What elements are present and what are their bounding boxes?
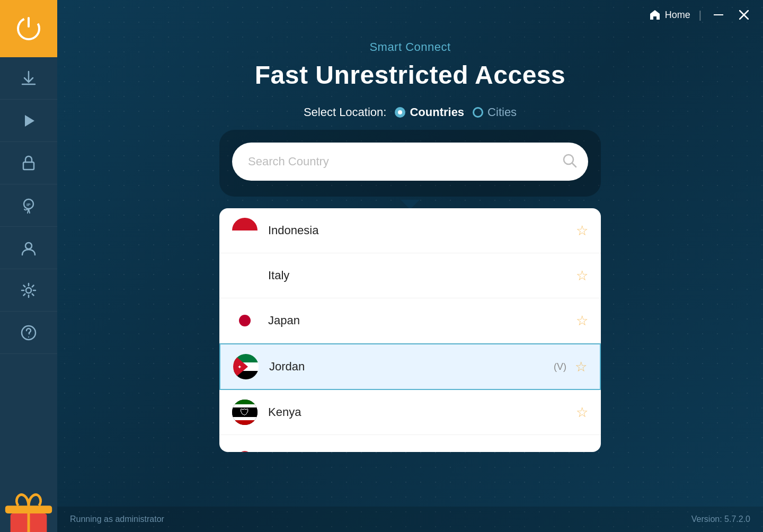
country-name-kenya: Kenya xyxy=(268,405,576,419)
country-name-italy: Italy xyxy=(268,269,576,282)
gift-nav-item[interactable] xyxy=(0,490,57,532)
flag-italy xyxy=(232,263,258,288)
favorite-korea-south[interactable]: ☆ xyxy=(576,449,588,453)
titlebar: Home | xyxy=(57,0,763,30)
search-container xyxy=(232,143,588,181)
countries-radio[interactable]: Countries xyxy=(395,105,464,119)
svg-line-16 xyxy=(572,163,576,167)
favorite-japan[interactable]: ☆ xyxy=(576,313,588,329)
country-item-indonesia[interactable]: Indonesia ☆ xyxy=(219,208,601,253)
cities-radio-label: Cities xyxy=(487,105,517,119)
country-name-jordan: Jordan xyxy=(269,360,554,374)
select-location-label: Select Location: xyxy=(304,105,387,119)
cities-radio-dot xyxy=(473,107,483,118)
user-nav-item[interactable] xyxy=(0,227,57,269)
country-item-kenya[interactable]: 🛡 Kenya ☆ xyxy=(219,390,601,435)
search-icon[interactable] xyxy=(562,153,578,171)
country-name-korea-south: Korea, South xyxy=(268,450,576,452)
search-input[interactable] xyxy=(232,143,588,181)
lock-nav-item[interactable] xyxy=(0,142,57,184)
svg-point-7 xyxy=(26,288,31,293)
svg-rect-3 xyxy=(23,162,34,170)
cities-radio[interactable]: Cities xyxy=(473,105,517,119)
flag-indonesia xyxy=(232,218,258,243)
country-list-wrapper: Indonesia ☆ Italy ☆ xyxy=(219,208,601,452)
page-content: Smart Connect Fast Unrestricted Access S… xyxy=(57,30,763,507)
home-label: Home xyxy=(665,10,690,21)
svg-point-9 xyxy=(28,336,29,338)
settings-nav-item[interactable] xyxy=(0,269,57,312)
favorite-kenya[interactable]: ☆ xyxy=(576,404,588,421)
power-button[interactable] xyxy=(0,0,57,57)
smart-connect-label: Smart Connect xyxy=(369,40,450,54)
main-title: Fast Unrestricted Access xyxy=(255,60,565,90)
version-label: Version: 5.7.2.0 xyxy=(691,515,750,524)
running-as-label: Running as administrator xyxy=(70,515,164,524)
play-nav-item[interactable] xyxy=(0,100,57,142)
svg-marker-2 xyxy=(25,115,34,127)
flag-kenya: 🛡 xyxy=(232,400,258,425)
countries-radio-dot xyxy=(395,107,405,118)
location-selector-row: Select Location: Countries Cities xyxy=(304,105,517,119)
flag-jordan: ✦ xyxy=(233,354,259,379)
country-item-korea-south[interactable]: Korea, South ☆ xyxy=(219,435,601,452)
search-area xyxy=(219,130,601,197)
minimize-button[interactable] xyxy=(710,6,727,23)
favorite-jordan[interactable]: ☆ xyxy=(575,359,587,375)
country-name-japan: Japan xyxy=(268,314,576,327)
main-content: Home | Smart Connect Fast Unrestricted A… xyxy=(57,0,763,532)
close-button[interactable] xyxy=(735,6,752,23)
favorite-italy[interactable]: ☆ xyxy=(576,268,588,284)
download-nav-item[interactable] xyxy=(0,57,57,100)
svg-text:IP: IP xyxy=(26,202,31,207)
country-item-japan[interactable]: Japan ☆ xyxy=(219,298,601,343)
favorite-indonesia[interactable]: ☆ xyxy=(576,223,588,239)
ip-nav-item[interactable]: IP xyxy=(0,184,57,227)
jordan-badge: (V) xyxy=(554,361,566,373)
flag-korea-south xyxy=(232,445,258,452)
svg-point-6 xyxy=(25,243,32,249)
sidebar: IP xyxy=(0,0,57,532)
countries-radio-label: Countries xyxy=(410,105,464,119)
help-nav-item[interactable] xyxy=(0,312,57,354)
status-bar: Running as administrator Version: 5.7.2.… xyxy=(57,507,763,532)
country-name-indonesia: Indonesia xyxy=(268,224,576,237)
flag-japan xyxy=(232,308,258,333)
svg-rect-12 xyxy=(714,14,723,15)
country-list: Indonesia ☆ Italy ☆ xyxy=(219,208,601,452)
country-item-italy[interactable]: Italy ☆ xyxy=(219,253,601,298)
home-button[interactable]: Home xyxy=(649,9,690,21)
titlebar-divider: | xyxy=(699,9,702,21)
country-item-jordan[interactable]: ✦ Jordan (V) ☆ xyxy=(219,343,601,390)
